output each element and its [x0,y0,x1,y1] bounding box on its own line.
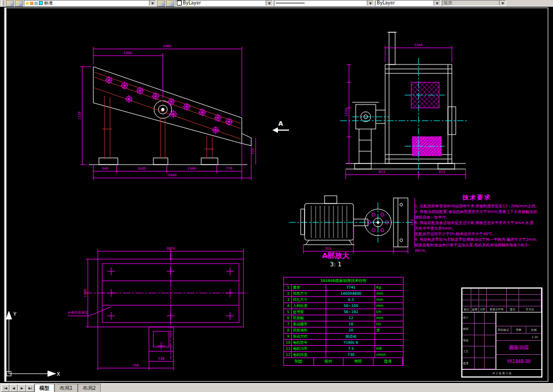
plan-leader-label: 4-Φ25安装孔 [68,310,88,315]
color-swatch-icon [177,1,182,6]
dim-label: 3870 [166,246,175,250]
parameter-table-row: 4 入料粒度 50~100 mm [284,303,403,309]
last-tab-icon[interactable]: ▶| [26,384,34,392]
layer-color-icon [39,1,43,5]
parameter-table-title: YA1848圆振动筛技术特性 [284,277,403,285]
signature-row: 批准 [462,358,496,369]
signature-row: 校核 [462,324,496,335]
dim-label: 746 [132,363,139,367]
layer-previous-icon[interactable] [166,0,174,7]
signature-date-cell [485,346,496,357]
revision-header-row: 标记 处数 分区 更改文件号 签名 年月日 [462,306,541,312]
title-block-cell: 比例 [526,326,541,333]
layer-properties-icon[interactable] [6,0,14,7]
make-object-layer-current-icon[interactable] [157,0,165,7]
title-block-cell: 年月日 [519,306,541,312]
title-block-cell: 签名 [507,306,519,312]
param-row-label: 入料粒度 [292,303,326,309]
dim-label: 1635 [137,166,146,170]
title-block-unit-cell [496,312,541,326]
title-block-revision-area: 标记 处数 分区 更改文件号 签名 年月日 [462,289,541,312]
dropdown-arrow-icon[interactable]: ▼ [367,1,373,6]
tech-req-line: 倾斜自由一致平行。 [415,215,539,220]
title-block-stage-row: 阶段标记 质量 比例 [496,326,541,334]
dropdown-arrow-icon[interactable]: ▼ [266,1,272,6]
param-row-unit: r/min [375,352,403,358]
detail-title: A部放大 [322,251,350,260]
dim-label: 540 [102,166,108,170]
plan-view-dimensions: 3870 1560 738 746 4-Φ25安装孔 [68,246,175,367]
param-row-number: 2 [284,291,292,296]
layer-freeze-icon [30,2,33,5]
dropdown-arrow-icon[interactable]: ▼ [149,1,156,6]
color-control[interactable]: ByLayer ▼ [175,0,273,6]
param-row-unit: Kg [375,285,403,290]
ucs-x-label: X [57,371,60,377]
param-row-unit [375,340,403,345]
screen-mesh-hatch [411,82,441,156]
first-tab-icon[interactable]: |◀ [1,384,9,392]
model-space-canvas[interactable]: 5465 1960 1128 735 540 1635 1560 778 504… [0,7,553,383]
param-row-unit: mm [375,297,403,302]
detail-scale: 3: 1 [330,261,341,268]
param-row-unit: Hz [375,321,403,327]
tech-req-line: 3. 筛箱装配后各运动件应灵活可靠,筛面左右水平差不大于3mm,长度 [415,220,539,226]
lineweight-control[interactable]: ByLayer ▼ [375,0,441,6]
param-row-value: 56~192 [326,309,375,315]
param-row-value: 1400X4800 [326,291,375,296]
dim-label: 973 [439,170,445,173]
tab-layout1[interactable]: 布局1 [54,384,78,392]
tech-req-line: 4N·m。 [415,248,539,254]
ucs-icon: Y X [6,311,60,377]
tech-requirements: 技术要求 1. 装配前所有零部件均须清理干净,弹簧刚度差应在17~20N/mm之… [415,193,539,254]
layer-states-icon[interactable] [15,0,23,7]
parameter-table-row: 11 电机功率 7.5 kW [284,346,403,352]
title-block-cell: 更改文件号 [487,306,507,312]
parameter-table-footer-cell: 制图 [284,358,314,365]
param-row-value: 7741 [326,285,375,290]
param-row-value: 730 [326,352,375,358]
layer-control[interactable]: 标准 ▼ [24,0,156,6]
parameter-table-row: 2 筛面尺寸 1400X4800 mm [284,291,403,297]
signature-name-cell [475,324,485,334]
param-row-label: 电机型号 [292,340,326,345]
dim-label: 315 [325,246,331,250]
param-row-number: 11 [284,346,292,351]
linetype-sample-icon [276,3,305,3]
tab-layout2[interactable]: 布局2 [78,384,101,392]
dropdown-arrow-icon: ▼ [499,1,506,6]
signature-name-cell [475,358,485,369]
layer-on-icon [26,2,29,5]
linetype-control[interactable]: ▼ [274,0,374,6]
param-row-label: 筛面尺寸 [292,291,326,296]
param-row-label: 筛面倾角 [292,328,326,333]
title-block-cell: 标记 [462,306,471,312]
toolbar-grip[interactable] [1,1,4,6]
dropdown-arrow-icon[interactable]: ▼ [434,1,440,6]
parameter-table-row: 9 振动方式 圆运动 [284,334,403,340]
parameter-table-row: 1 重量 7741 Kg [284,285,403,291]
tech-req-line: 方向不平度允差5mm。 [415,226,539,231]
prev-tab-icon[interactable]: ◀ [9,384,18,392]
dim-label: 1960 [123,51,132,54]
dim-label: 1560 [187,166,196,170]
ucs-y-label: Y [13,311,17,317]
dim-label: 1545 [414,43,422,47]
tech-requirements-title: 技术要求 [415,193,539,202]
param-row-number: 10 [284,340,292,345]
section-arrow: A [272,120,289,133]
param-row-unit: mm [375,303,403,309]
parameter-table-footer: 制图校对审核批准 [284,358,403,365]
tab-model[interactable]: 模型 [34,384,54,392]
next-tab-icon[interactable]: ▶ [18,384,26,392]
dim-label: 873 [378,170,385,173]
title-block-cell: 处数 [471,306,479,312]
param-row-unit: t/h [375,309,403,315]
param-row-label: 振动频率 [292,321,326,327]
dim-label: 1560 [83,289,87,297]
lineweight-value: ByLayer [377,1,395,6]
tech-req-line: 锥套装配时涂油并拧紧于适当位置,电机及机座地脚螺栓预紧力矩3~ [415,242,539,248]
param-row-value: 20 [326,328,375,333]
title-block-cell: 分区 [479,306,487,312]
plan-view: 3870 1560 738 746 4-Φ25安装孔 [68,246,248,370]
